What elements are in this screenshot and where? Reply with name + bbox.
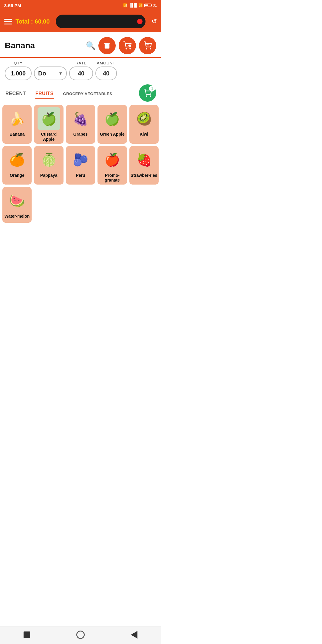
- qty-group: QTY 1.000: [5, 61, 32, 80]
- fruit-image-grapes: 🍇: [69, 107, 92, 130]
- fruit-label-custard-apple: Custard Apple: [35, 132, 62, 142]
- fruit-item-green-apple[interactable]: 🍏 Green Apple: [97, 105, 127, 144]
- trash-icon: [103, 42, 111, 49]
- unit-label: [34, 61, 67, 65]
- fruit-label-watermelon: Water-melon: [4, 214, 30, 219]
- bluetooth-icon: 📶: [123, 3, 128, 7]
- cart-icon: [143, 41, 152, 50]
- fruit-label-peru: Peru: [76, 173, 85, 178]
- status-bar: 3:56 PM 📶 ▐▌█ 📶 31: [0, 0, 161, 11]
- total-label: Total :: [16, 18, 33, 25]
- scanner-dot: [137, 19, 143, 24]
- fruit-item-strawberries[interactable]: 🍓 Strawber-ries: [129, 146, 159, 185]
- amount-input: 40: [95, 66, 117, 80]
- fruit-item-grapes[interactable]: 🍇 Grapes: [66, 105, 95, 144]
- header: Total : 60.00 ↺: [0, 11, 161, 32]
- tab-fruits[interactable]: FRUITS: [35, 87, 54, 99]
- fruit-label-strawberries: Strawber-ries: [131, 173, 157, 178]
- rate-group: RATE 40: [69, 61, 93, 80]
- fruit-image-watermelon: 🍉: [6, 189, 28, 212]
- svg-point-9: [150, 96, 151, 96]
- svg-point-3: [130, 48, 130, 49]
- fruit-image-kiwi: 🥝: [133, 107, 155, 130]
- search-button[interactable]: 🔍: [86, 41, 95, 50]
- svg-point-7: [150, 48, 151, 49]
- qty-input[interactable]: 1.000: [5, 66, 32, 80]
- total-display: Total : 60.00: [16, 18, 50, 25]
- scanner-bar[interactable]: [56, 15, 145, 28]
- fruit-image-green-apple: 🍏: [101, 107, 123, 130]
- category-tabs: RECENT FRUITS GROCERY VEGETABLES 1: [0, 84, 161, 102]
- fruit-grid: 🍌 Banana 🍏 Custard Apple 🍇 Grapes 🍏 Gree…: [0, 102, 161, 226]
- fruit-item-peru[interactable]: 🫐 Peru: [66, 146, 95, 185]
- add-to-cart-button[interactable]: [119, 37, 136, 54]
- fruit-label-pappaya: Pappaya: [40, 173, 58, 178]
- fruit-image-custard-apple: 🍏: [38, 107, 60, 130]
- unit-select[interactable]: Do ▼: [34, 66, 67, 80]
- fruit-label-pomogranate: Promo-granate: [99, 173, 126, 183]
- fruit-item-orange[interactable]: 🍊 Orange: [2, 146, 32, 185]
- refresh-button[interactable]: ↺: [151, 18, 157, 25]
- status-time: 3:56 PM: [4, 3, 21, 8]
- unit-group: Do ▼: [34, 61, 67, 80]
- fruit-label-grapes: Grapes: [73, 132, 88, 137]
- view-cart-button[interactable]: [139, 37, 156, 54]
- qty-label: QTY: [5, 61, 32, 65]
- product-actions: 🔍: [86, 37, 156, 54]
- battery-percent: 31: [153, 3, 157, 7]
- fruit-label-kiwi: Kiwi: [140, 132, 148, 137]
- battery-icon: [144, 4, 151, 7]
- fruit-item-banana[interactable]: 🍌 Banana: [2, 105, 32, 144]
- fruit-image-pappaya: 🍈: [38, 148, 60, 171]
- fruit-image-peru: 🫐: [69, 148, 92, 171]
- fruit-item-watermelon[interactable]: 🍉 Water-melon: [2, 187, 32, 223]
- fruit-item-pomogranate[interactable]: 🍎 Promo-granate: [97, 146, 127, 185]
- fruit-image-strawberries: 🍓: [133, 148, 155, 171]
- svg-point-2: [126, 48, 126, 49]
- fruit-label-orange: Orange: [10, 173, 24, 178]
- svg-point-8: [146, 96, 147, 96]
- cart-badge-button[interactable]: 1: [139, 84, 156, 102]
- fruit-image-pomogranate: 🍎: [101, 148, 123, 171]
- rate-input[interactable]: 40: [69, 66, 93, 80]
- cart-count-badge: 1: [149, 86, 155, 92]
- fruit-item-pappaya[interactable]: 🍈 Pappaya: [34, 146, 63, 185]
- product-name: Banana: [5, 41, 35, 50]
- dropdown-arrow-icon: ▼: [58, 71, 63, 76]
- fruit-item-custard-apple[interactable]: 🍏 Custard Apple: [34, 105, 63, 144]
- product-section: Banana 🔍: [0, 32, 161, 58]
- delete-button[interactable]: [98, 37, 116, 54]
- amount-group: AMOUNT 40: [95, 61, 117, 80]
- menu-button[interactable]: [4, 19, 12, 24]
- svg-point-6: [146, 48, 147, 49]
- tab-grocery[interactable]: GROCERY VEGETABLES: [63, 87, 113, 99]
- fruit-item-kiwi[interactable]: 🥝 Kiwi: [129, 105, 159, 144]
- qty-rate-amount-row: QTY 1.000 Do ▼ RATE 40 AMOUNT 40: [0, 58, 161, 84]
- unit-value: Do: [38, 70, 46, 77]
- fruit-label-green-apple: Green Apple: [100, 132, 125, 137]
- wifi-icon: 📶: [138, 3, 143, 7]
- status-icons: 📶 ▐▌█ 📶 31: [123, 3, 157, 7]
- tab-recent[interactable]: RECENT: [5, 87, 27, 99]
- rate-label: RATE: [69, 61, 93, 65]
- add-cart-icon: [123, 41, 131, 50]
- signal-icon: ▐▌█: [129, 3, 137, 7]
- amount-label: AMOUNT: [95, 61, 117, 65]
- fruit-image-banana: 🍌: [6, 107, 28, 130]
- fruit-image-orange: 🍊: [6, 148, 28, 171]
- total-value: 60.00: [35, 18, 50, 25]
- fruit-label-banana: Banana: [10, 132, 25, 137]
